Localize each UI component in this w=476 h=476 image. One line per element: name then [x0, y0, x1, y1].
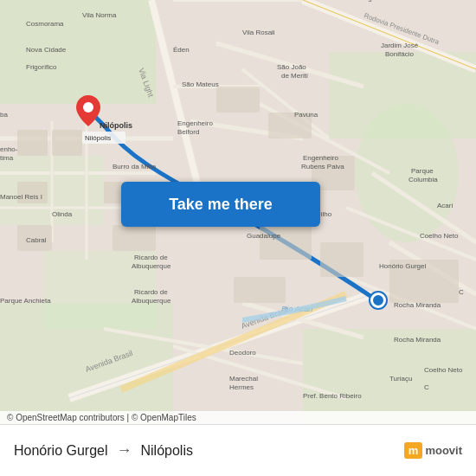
svg-rect-1: [0, 0, 156, 104]
moovit-m-letter: m: [404, 442, 423, 459]
svg-text:Albuquerque: Albuquerque: [132, 297, 171, 305]
arrow-icon: →: [117, 441, 132, 460]
svg-text:Vila Rosali: Vila Rosali: [242, 29, 275, 36]
take-me-there-button[interactable]: Take me there: [121, 182, 320, 227]
svg-text:Rocha Miranda: Rocha Miranda: [394, 301, 441, 309]
svg-text:Engenheiro: Engenheiro: [177, 119, 213, 127]
svg-rect-32: [17, 130, 48, 156]
origin-dot: [370, 293, 386, 308]
svg-text:Nilópolis: Nilópolis: [85, 134, 111, 142]
svg-text:Manoel Reis I: Manoel Reis I: [0, 193, 42, 201]
svg-text:tima: tima: [0, 154, 14, 162]
svg-text:Albuquerque: Albuquerque: [132, 262, 171, 270]
map-attribution: © OpenStreetMap contributors | © OpenMap…: [0, 411, 476, 424]
svg-text:C: C: [459, 288, 464, 296]
svg-text:ba: ba: [0, 111, 8, 119]
svg-text:Rubens Paiva: Rubens Paiva: [301, 163, 344, 170]
svg-point-101: [83, 102, 93, 113]
svg-text:Nova Cidade: Nova Cidade: [26, 46, 67, 54]
svg-text:enho-: enho-: [0, 145, 18, 153]
svg-text:Pref. Bento Ribeiro: Pref. Bento Ribeiro: [303, 392, 362, 400]
svg-text:Engenheiro: Engenheiro: [303, 154, 338, 162]
origin-label: Honório Gurgel: [14, 443, 108, 459]
svg-text:C: C: [424, 383, 429, 391]
destination-label: Nilópolis: [141, 443, 193, 459]
map-container: Cosmorama Vila Norma Nova Cidade Frigorí…: [0, 0, 476, 424]
svg-rect-42: [320, 242, 363, 277]
svg-text:Cosmorama: Cosmorama: [26, 20, 64, 28]
svg-rect-43: [234, 277, 286, 303]
svg-text:São João: São João: [277, 63, 306, 71]
svg-text:São Mateus: São Mateus: [182, 80, 219, 88]
moovit-brand-text: moovit: [425, 444, 462, 457]
svg-text:Pavuna: Pavuna: [294, 111, 318, 119]
svg-rect-33: [52, 130, 82, 156]
svg-text:Nilópolis: Nilópolis: [100, 121, 132, 130]
bottom-bar: Honório Gurgel → Nilópolis m moovit: [0, 424, 476, 476]
svg-text:Coelho Neto: Coelho Neto: [420, 232, 459, 240]
moovit-logo: m moovit: [404, 442, 462, 459]
svg-text:Parque: Parque: [411, 167, 434, 175]
svg-rect-38: [216, 87, 260, 113]
svg-text:Columbia: Columbia: [408, 176, 438, 183]
svg-text:Agostinho Porto: Agostinho Porto: [363, 0, 413, 2]
svg-text:Bonifácio: Bonifácio: [385, 50, 414, 58]
svg-text:Acarí: Acarí: [437, 202, 453, 209]
svg-text:Rocha Miranda: Rocha Miranda: [394, 336, 441, 344]
svg-text:Hermes: Hermes: [229, 383, 254, 391]
svg-text:Ricardo de: Ricardo de: [134, 288, 168, 296]
svg-text:Vila Norma: Vila Norma: [82, 11, 117, 19]
svg-text:Honório Gurgel: Honório Gurgel: [379, 262, 426, 270]
svg-rect-37: [113, 225, 156, 251]
svg-text:Deodoro: Deodoro: [229, 349, 256, 357]
svg-text:Jardim José: Jardim José: [381, 42, 419, 49]
svg-text:Frigorífico: Frigorífico: [26, 63, 57, 71]
svg-text:Parque Anchieta: Parque Anchieta: [0, 297, 51, 305]
svg-text:Cabral: Cabral: [26, 236, 47, 244]
svg-text:de Meriti: de Meriti: [281, 72, 308, 80]
svg-text:Burro da Mina: Burro da Mina: [113, 163, 157, 170]
svg-text:Olinda: Olinda: [52, 210, 73, 218]
svg-text:Éden: Éden: [173, 46, 190, 54]
svg-text:Guadalupe: Guadalupe: [247, 232, 281, 240]
svg-text:Ricardo de: Ricardo de: [134, 254, 168, 261]
svg-rect-41: [260, 225, 312, 260]
svg-text:Turiaçu: Turiaçu: [389, 375, 412, 383]
svg-text:Coelho Neto: Coelho Neto: [424, 366, 463, 374]
destination-pin: [76, 95, 100, 130]
svg-text:Marechal: Marechal: [229, 375, 258, 383]
svg-text:Belford: Belford: [177, 128, 199, 136]
